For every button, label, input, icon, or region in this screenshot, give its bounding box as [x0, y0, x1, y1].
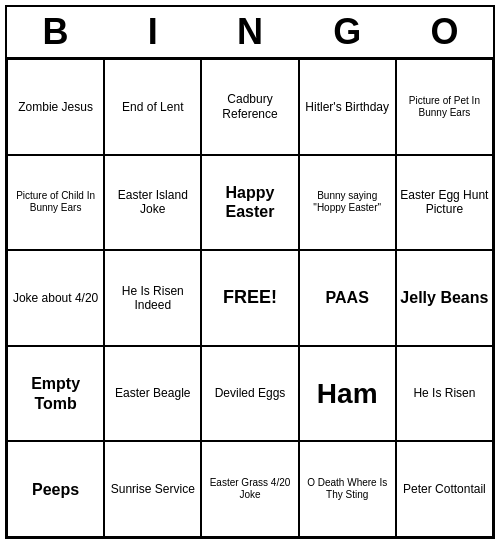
- bingo-cell-11[interactable]: He Is Risen Indeed: [104, 250, 201, 346]
- bingo-cell-16[interactable]: Easter Beagle: [104, 346, 201, 442]
- bingo-letter-b: B: [7, 11, 104, 53]
- bingo-cell-1[interactable]: End of Lent: [104, 59, 201, 155]
- bingo-card: BINGO Zombie JesusEnd of LentCadbury Ref…: [5, 5, 495, 539]
- bingo-cell-3[interactable]: Hitler's Birthday: [299, 59, 396, 155]
- bingo-cell-24[interactable]: Peter Cottontail: [396, 441, 493, 537]
- bingo-cell-20[interactable]: Peeps: [7, 441, 104, 537]
- bingo-cell-14[interactable]: Jelly Beans: [396, 250, 493, 346]
- bingo-cell-2[interactable]: Cadbury Reference: [201, 59, 298, 155]
- bingo-grid: Zombie JesusEnd of LentCadbury Reference…: [7, 59, 493, 537]
- bingo-cell-8[interactable]: Bunny saying "Hoppy Easter": [299, 155, 396, 251]
- bingo-cell-4[interactable]: Picture of Pet In Bunny Ears: [396, 59, 493, 155]
- bingo-letter-o: O: [396, 11, 493, 53]
- bingo-cell-9[interactable]: Easter Egg Hunt Picture: [396, 155, 493, 251]
- bingo-cell-19[interactable]: He Is Risen: [396, 346, 493, 442]
- bingo-cell-23[interactable]: O Death Where Is Thy Sting: [299, 441, 396, 537]
- bingo-letter-g: G: [299, 11, 396, 53]
- bingo-cell-10[interactable]: Joke about 4/20: [7, 250, 104, 346]
- bingo-cell-0[interactable]: Zombie Jesus: [7, 59, 104, 155]
- bingo-cell-6[interactable]: Easter Island Joke: [104, 155, 201, 251]
- bingo-cell-7[interactable]: Happy Easter: [201, 155, 298, 251]
- bingo-letter-n: N: [201, 11, 298, 53]
- bingo-cell-21[interactable]: Sunrise Service: [104, 441, 201, 537]
- bingo-cell-12[interactable]: FREE!: [201, 250, 298, 346]
- bingo-cell-17[interactable]: Deviled Eggs: [201, 346, 298, 442]
- bingo-cell-18[interactable]: Ham: [299, 346, 396, 442]
- bingo-letter-i: I: [104, 11, 201, 53]
- bingo-cell-13[interactable]: PAAS: [299, 250, 396, 346]
- bingo-cell-22[interactable]: Easter Grass 4/20 Joke: [201, 441, 298, 537]
- bingo-header: BINGO: [7, 7, 493, 59]
- bingo-cell-15[interactable]: Empty Tomb: [7, 346, 104, 442]
- bingo-cell-5[interactable]: Picture of Child In Bunny Ears: [7, 155, 104, 251]
